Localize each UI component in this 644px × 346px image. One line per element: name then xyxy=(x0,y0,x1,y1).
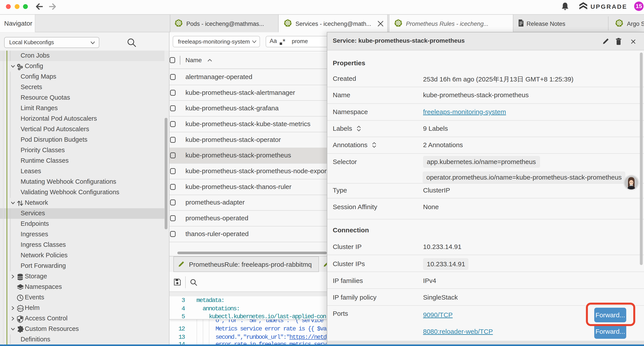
svg-text:HELM: HELM xyxy=(17,307,24,310)
